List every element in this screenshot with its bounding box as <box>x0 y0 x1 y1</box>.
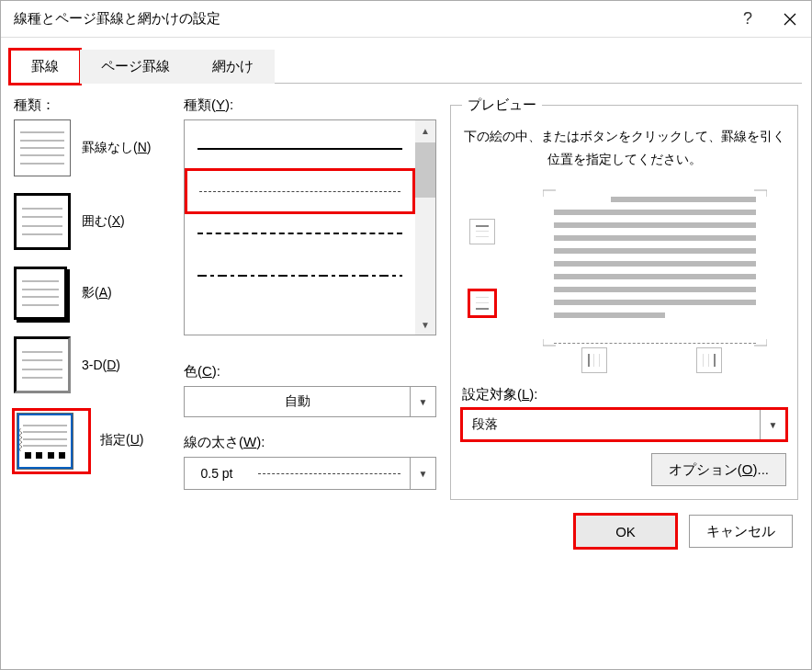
border-bottom-icon <box>474 295 491 312</box>
apply-to-label: 設定対象(L): <box>462 386 786 403</box>
preview-paragraph[interactable] <box>554 187 756 344</box>
setting-custom-thumb <box>17 413 73 470</box>
border-right-icon <box>701 352 717 369</box>
setting-box[interactable]: 囲む(X) <box>14 193 184 250</box>
svg-rect-8 <box>588 354 590 367</box>
preview-column: プレビュー 下の絵の中、またはボタンをクリックして、罫線を引く位置を指定してくだ… <box>436 97 798 500</box>
line-style-scrollbar[interactable]: ▲ ▼ <box>415 120 435 335</box>
line-style-solid[interactable] <box>185 128 415 170</box>
setting-shadow[interactable]: 影(A) <box>14 267 184 320</box>
svg-rect-11 <box>703 354 704 367</box>
setting-shadow-label: 影(A) <box>82 285 112 301</box>
setting-box-label: 囲む(X) <box>82 213 125 230</box>
svg-rect-2 <box>476 225 489 227</box>
svg-rect-12 <box>708 354 709 367</box>
setting-3d[interactable]: 3-D(D) <box>14 336 184 393</box>
border-left-icon <box>586 352 603 369</box>
scroll-thumb[interactable] <box>415 142 435 198</box>
tab-shading[interactable]: 網かけ <box>191 50 275 84</box>
line-style-dashdot[interactable] <box>185 255 415 297</box>
edge-right-button[interactable] <box>696 347 722 373</box>
setting-custom-label: 指定(U) <box>100 432 184 449</box>
color-dropdown[interactable]: 自動 ▼ <box>184 386 436 417</box>
dialog-title: 線種とページ罫線と網かけの設定 <box>14 10 727 28</box>
border-top-icon <box>474 223 491 240</box>
help-button[interactable]: ? <box>727 1 769 38</box>
svg-rect-3 <box>476 231 489 232</box>
setting-custom[interactable] <box>14 410 89 472</box>
apply-to-value: 段落 <box>463 410 760 439</box>
svg-rect-9 <box>593 354 594 367</box>
setting-none[interactable]: 罫線なし(N) <box>14 119 184 176</box>
close-button[interactable] <box>769 1 811 38</box>
ok-button[interactable]: OK <box>575 515 676 548</box>
svg-rect-7 <box>476 308 489 310</box>
edge-bottom-button[interactable] <box>469 290 495 316</box>
setting-shadow-thumb <box>14 267 67 320</box>
scroll-down-icon[interactable]: ▼ <box>415 314 435 335</box>
close-icon <box>784 13 796 26</box>
preview-area[interactable] <box>462 171 786 373</box>
scroll-up-icon[interactable]: ▲ <box>415 120 435 141</box>
tab-page-borders[interactable]: ページ罫線 <box>80 50 191 84</box>
svg-rect-5 <box>476 297 489 298</box>
width-label: 線の太さ(W): <box>184 434 436 451</box>
tabstrip: 罫線 ページ罫線 網かけ <box>10 49 802 84</box>
width-value: 0.5 pt <box>185 458 249 489</box>
setting-3d-label: 3-D(D) <box>82 358 120 372</box>
setting-3d-thumb <box>14 336 71 393</box>
setting-box-thumb <box>14 193 71 250</box>
line-style-dotted[interactable] <box>186 170 413 212</box>
options-button[interactable]: オプション(O)... <box>651 453 786 486</box>
preview-instruction: 下の絵の中、またはボタンをクリックして、罫線を引く位置を指定してください。 <box>462 125 786 171</box>
edge-top-button[interactable] <box>469 219 495 244</box>
chevron-down-icon: ▼ <box>410 458 435 489</box>
apply-to-dropdown[interactable]: 段落 ▼ <box>462 409 786 440</box>
line-style-dashed[interactable] <box>185 212 415 255</box>
color-label: 色(C): <box>184 363 436 380</box>
svg-rect-4 <box>476 236 489 237</box>
svg-rect-10 <box>599 354 600 367</box>
style-column: 種類(Y): ▲ ▼ 色(C): 自動 ▼ <box>184 97 436 500</box>
tab-borders[interactable]: 罫線 <box>10 50 80 84</box>
setting-heading: 種類： <box>14 97 184 114</box>
borders-shading-dialog: 線種とページ罫線と網かけの設定 ? 罫線 ページ罫線 網かけ 種類： 罫線なし(… <box>0 0 812 670</box>
wavy-left-icon <box>19 417 22 462</box>
width-dropdown[interactable]: 0.5 pt ▼ <box>184 457 436 490</box>
setting-column: 種類： 罫線なし(N) 囲む(X) 影(A) <box>14 97 184 500</box>
line-style-list[interactable]: ▲ ▼ <box>184 119 436 335</box>
preview-legend: プレビュー <box>462 97 542 114</box>
edge-left-button[interactable] <box>581 347 607 373</box>
chevron-down-icon: ▼ <box>410 387 435 416</box>
svg-rect-13 <box>714 354 716 367</box>
chevron-down-icon: ▼ <box>760 410 785 439</box>
svg-rect-6 <box>476 302 489 303</box>
setting-none-thumb <box>14 119 71 176</box>
setting-none-label: 罫線なし(N) <box>82 140 151 156</box>
line-style-label: 種類(Y): <box>184 97 436 114</box>
preview-fieldset: プレビュー 下の絵の中、またはボタンをクリックして、罫線を引く位置を指定してくだ… <box>450 97 798 500</box>
titlebar: 線種とページ罫線と網かけの設定 ? <box>1 1 811 38</box>
color-value: 自動 <box>185 387 410 416</box>
dialog-footer: OK キャンセル <box>1 500 811 562</box>
cancel-button[interactable]: キャンセル <box>689 515 793 548</box>
